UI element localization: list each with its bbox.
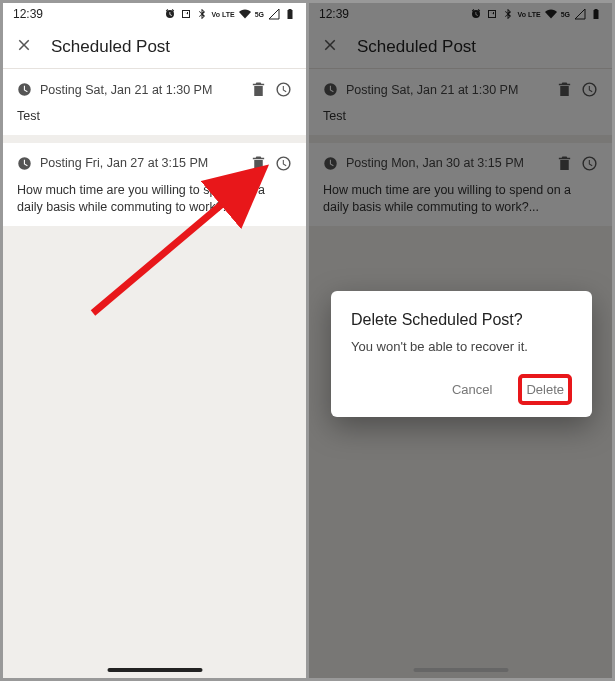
reschedule-button[interactable] — [581, 155, 598, 172]
scheduled-post-item: Posting Mon, Jan 30 at 3:15 PM How much … — [309, 143, 612, 226]
bluetooth-icon — [196, 8, 208, 20]
signal-icon — [574, 8, 586, 20]
page-title: Scheduled Post — [51, 37, 170, 57]
home-indicator[interactable] — [413, 668, 508, 672]
post-content: Test — [309, 108, 612, 125]
clock-outline-icon — [275, 81, 292, 98]
clock-glyph — [17, 156, 32, 171]
clock-solid-icon — [17, 156, 32, 171]
battery-icon — [284, 8, 296, 20]
wifi-icon — [545, 8, 557, 20]
clock-glyph — [323, 82, 338, 97]
status-icons: Vo LTE 5G — [470, 8, 602, 20]
status-bar: 12:39 Vo LTE 5G — [309, 3, 612, 25]
delete-confirmation-dialog: Delete Scheduled Post? You won't be able… — [331, 291, 592, 417]
clock-solid-icon — [323, 82, 338, 97]
close-icon — [321, 36, 339, 54]
alarm-icon — [164, 8, 176, 20]
dialog-title: Delete Scheduled Post? — [351, 311, 572, 329]
home-indicator[interactable] — [107, 668, 202, 672]
network-label: 5G — [255, 11, 264, 18]
clock-outline-icon — [581, 81, 598, 98]
scheduled-post-item: Posting Sat, Jan 21 at 1:30 PM Test — [309, 69, 612, 135]
trash-icon — [250, 155, 267, 172]
nfc-icon — [486, 8, 498, 20]
post-schedule-time: Posting Fri, Jan 27 at 3:15 PM — [40, 156, 242, 170]
clock-glyph — [323, 156, 338, 171]
nfc-icon — [180, 8, 192, 20]
clock-solid-icon — [323, 156, 338, 171]
status-time: 12:39 — [13, 7, 43, 21]
clock-outline-icon — [581, 155, 598, 172]
post-schedule-time: Posting Mon, Jan 30 at 3:15 PM — [346, 156, 548, 170]
phone-screen-left: 12:39 Vo LTE 5G Scheduled Post Posting S… — [3, 3, 306, 678]
post-schedule-time: Posting Sat, Jan 21 at 1:30 PM — [40, 83, 242, 97]
signal-icon — [268, 8, 280, 20]
trash-icon — [556, 81, 573, 98]
cancel-button[interactable]: Cancel — [444, 374, 500, 405]
delete-post-button[interactable] — [250, 81, 267, 98]
trash-icon — [250, 81, 267, 98]
network-label: 5G — [561, 11, 570, 18]
delete-post-button[interactable] — [556, 81, 573, 98]
volte-label: Vo LTE — [212, 11, 235, 18]
volte-label: Vo LTE — [518, 11, 541, 18]
phone-screen-right: 12:39 Vo LTE 5G Scheduled Post Posting S… — [309, 3, 612, 678]
post-schedule-time: Posting Sat, Jan 21 at 1:30 PM — [346, 83, 548, 97]
alarm-icon — [470, 8, 482, 20]
status-bar: 12:39 Vo LTE 5G — [3, 3, 306, 25]
scheduled-post-item: Posting Sat, Jan 21 at 1:30 PM Test — [3, 69, 306, 135]
reschedule-button[interactable] — [581, 81, 598, 98]
delete-confirm-button[interactable]: Delete — [518, 374, 572, 405]
close-button[interactable] — [15, 36, 33, 58]
clock-glyph — [17, 82, 32, 97]
battery-icon — [590, 8, 602, 20]
delete-post-button[interactable] — [250, 155, 267, 172]
dialog-message: You won't be able to recover it. — [351, 339, 572, 354]
delete-post-button[interactable] — [556, 155, 573, 172]
app-header: Scheduled Post — [3, 25, 306, 69]
post-content: How much time are you willing to spend o… — [3, 182, 306, 216]
reschedule-button[interactable] — [275, 155, 292, 172]
post-content: How much time are you willing to spend o… — [309, 182, 612, 216]
page-title: Scheduled Post — [357, 37, 476, 57]
close-icon — [15, 36, 33, 54]
reschedule-button[interactable] — [275, 81, 292, 98]
app-header: Scheduled Post — [309, 25, 612, 69]
clock-outline-icon — [275, 155, 292, 172]
post-content: Test — [3, 108, 306, 125]
clock-solid-icon — [17, 82, 32, 97]
status-time: 12:39 — [319, 7, 349, 21]
wifi-icon — [239, 8, 251, 20]
trash-icon — [556, 155, 573, 172]
status-icons: Vo LTE 5G — [164, 8, 296, 20]
bluetooth-icon — [502, 8, 514, 20]
dialog-buttons: Cancel Delete — [351, 374, 572, 405]
close-button[interactable] — [321, 36, 339, 58]
scheduled-post-item: Posting Fri, Jan 27 at 3:15 PM How much … — [3, 143, 306, 226]
